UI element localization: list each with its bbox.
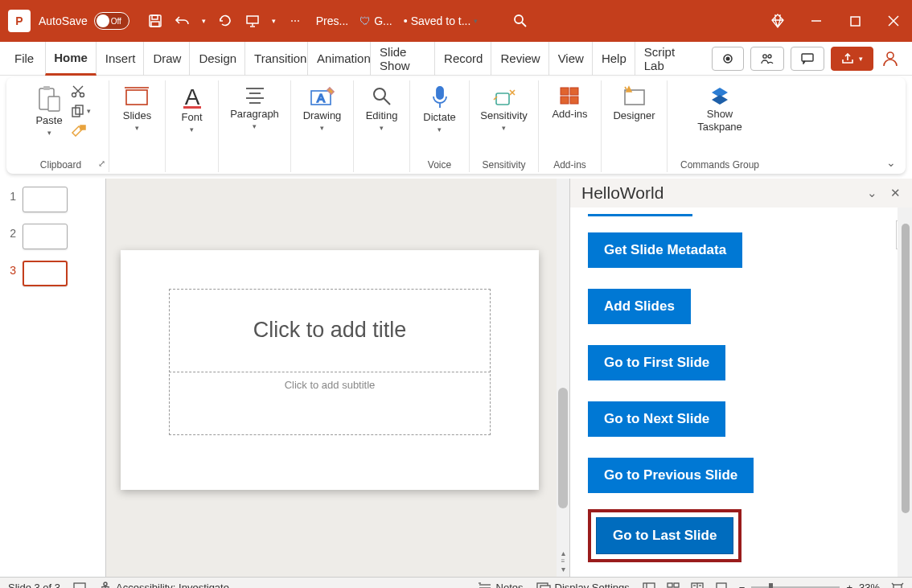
slide-thumbnail-panel: 1 2 3 — [0, 179, 106, 577]
reading-view-icon[interactable] — [691, 582, 704, 589]
slide-editor[interactable]: Click to add title Click to add subtitle… — [106, 179, 569, 577]
tp-highlighted-frame: Go to Last Slide — [588, 509, 742, 562]
zoom-level[interactable]: 33% — [859, 582, 880, 588]
group-sensitivity-label: Sensitivity — [482, 158, 525, 172]
clipboard-launcher-icon[interactable]: ⤢ — [98, 158, 105, 169]
show-taskpane-button[interactable]: Show Taskpane — [692, 84, 747, 134]
tab-view[interactable]: View — [549, 42, 593, 76]
tab-animations[interactable]: Animation — [308, 42, 371, 76]
qat-more[interactable]: ⋯ — [290, 15, 300, 27]
save-state[interactable]: Saved to t... — [411, 14, 471, 27]
account-icon[interactable] — [880, 48, 901, 69]
addins-button[interactable]: Add-ins — [547, 84, 592, 122]
group-commands-label: Commands Group — [680, 158, 759, 172]
svg-rect-38 — [561, 97, 569, 104]
editing-button[interactable]: Editing▾ — [361, 84, 403, 134]
zoom-out-button[interactable]: − — [739, 582, 746, 588]
present-icon[interactable] — [244, 13, 261, 29]
cut-icon[interactable] — [71, 85, 91, 98]
group-voice-label: Voice — [428, 158, 451, 172]
tab-slideshow[interactable]: Slide Show — [371, 42, 435, 76]
tab-insert[interactable]: Insert — [97, 42, 145, 76]
record-pill[interactable] — [712, 47, 744, 71]
save-icon[interactable] — [147, 13, 163, 29]
designer-button[interactable]: Designer — [608, 84, 659, 124]
tp-add-slides-button[interactable]: Add Slides — [588, 289, 691, 324]
diamond-icon[interactable] — [767, 10, 788, 31]
ribbon-collapse-icon[interactable]: ⌄ — [886, 156, 896, 169]
share-button[interactable]: ▾ — [831, 47, 873, 71]
svg-point-19 — [80, 93, 84, 97]
tab-home[interactable]: Home — [45, 42, 97, 76]
notes-button[interactable]: Notes — [478, 582, 524, 588]
editor-scrollbar[interactable] — [557, 179, 569, 577]
redo-icon[interactable] — [217, 13, 233, 29]
tab-design[interactable]: Design — [190, 42, 245, 76]
thumbnail-1[interactable]: 1 — [5, 187, 101, 212]
teams-pill[interactable] — [750, 47, 784, 71]
tab-record[interactable]: Record — [435, 42, 491, 76]
tab-file[interactable]: File — [6, 42, 45, 76]
tp-get-metadata-button[interactable]: Get Slide Metadata — [588, 232, 742, 268]
svg-rect-16 — [43, 86, 50, 90]
paragraph-button[interactable]: Paragraph▾ — [225, 84, 284, 132]
fit-window-icon[interactable] — [891, 582, 904, 589]
tab-transitions[interactable]: Transition — [245, 42, 308, 76]
slide-nav-arrows[interactable]: ▴≡▾ — [557, 549, 569, 574]
tp-prev-slide-button[interactable]: Go to Previous Slide — [588, 458, 754, 493]
format-painter-icon[interactable] — [71, 124, 91, 137]
taskpane-scrollbar[interactable] — [898, 208, 912, 577]
taskpane-close-icon[interactable]: ✕ — [890, 186, 901, 200]
close-button[interactable] — [883, 10, 904, 31]
slideshow-view-icon[interactable] — [715, 582, 728, 589]
normal-view-icon[interactable] — [643, 582, 655, 589]
tab-help[interactable]: Help — [593, 42, 635, 76]
tab-draw[interactable]: Draw — [144, 42, 190, 76]
display-settings-button[interactable]: Display Settings — [536, 582, 630, 588]
svg-point-12 — [768, 55, 771, 58]
doc-name[interactable]: Pres... — [316, 14, 348, 27]
svg-rect-3 — [247, 16, 258, 23]
ribbon: Paste▾ ▾ Clipboard ⤢ Slides▾ AFont▾ Para… — [6, 77, 906, 174]
copy-icon[interactable]: ▾ — [71, 105, 91, 117]
taskpane-title: HelloWorld — [581, 183, 663, 203]
thumbnail-3[interactable]: 3 — [5, 261, 101, 286]
svg-point-4 — [515, 15, 523, 23]
tab-scriptlab[interactable]: Script Lab — [635, 42, 698, 76]
titlebar: P AutoSave Off ▾ ▾ ⋯ Pres... 🛡G... • Sav… — [0, 0, 912, 42]
tp-last-slide-button[interactable]: Go to Last Slide — [596, 517, 733, 554]
sorter-view-icon[interactable] — [667, 582, 680, 589]
taskpane: HelloWorld ⌄ ✕ ‹ Get Slide Metadata Add … — [569, 179, 912, 577]
zoom-in-button[interactable]: + — [846, 582, 852, 588]
svg-rect-47 — [540, 586, 550, 589]
thumbnail-2[interactable]: 2 — [5, 224, 101, 249]
autosave-toggle[interactable]: Off — [94, 12, 129, 30]
app-logo: P — [8, 10, 31, 32]
sb-lang-icon[interactable] — [73, 582, 86, 589]
search-icon[interactable] — [513, 14, 528, 28]
user-name: G... — [374, 14, 392, 27]
slide-canvas[interactable]: Click to add title Click to add subtitle — [121, 250, 539, 490]
svg-point-42 — [104, 582, 107, 586]
minimize-button[interactable] — [806, 10, 827, 31]
accessibility-status[interactable]: Accessibility: Investigate — [99, 582, 229, 589]
drawing-button[interactable]: ADrawing▾ — [298, 84, 347, 134]
slides-button[interactable]: Slides▾ — [118, 84, 156, 134]
svg-rect-37 — [570, 88, 578, 95]
dictate-button[interactable]: Dictate▾ — [418, 84, 460, 135]
sensitivity-button[interactable]: Sensitivity▾ — [475, 84, 532, 134]
svg-point-33 — [374, 88, 385, 100]
tab-review[interactable]: Review — [491, 42, 548, 76]
maximize-button[interactable] — [844, 10, 865, 31]
subtitle-placeholder[interactable]: Click to add subtitle — [169, 374, 491, 435]
paste-button[interactable]: Paste▾ — [31, 84, 67, 138]
title-placeholder[interactable]: Click to add title — [169, 289, 491, 372]
slide-counter[interactable]: Slide 3 of 3 — [8, 582, 60, 588]
comments-pill[interactable] — [791, 47, 824, 71]
taskpane-dropdown-icon[interactable]: ⌄ — [867, 186, 877, 200]
svg-rect-39 — [570, 97, 578, 104]
font-button[interactable]: AFont▾ — [175, 84, 209, 135]
tp-first-slide-button[interactable]: Go to First Slide — [588, 345, 725, 380]
tp-next-slide-button[interactable]: Go to Next Slide — [588, 401, 725, 437]
undo-icon[interactable] — [175, 13, 191, 29]
